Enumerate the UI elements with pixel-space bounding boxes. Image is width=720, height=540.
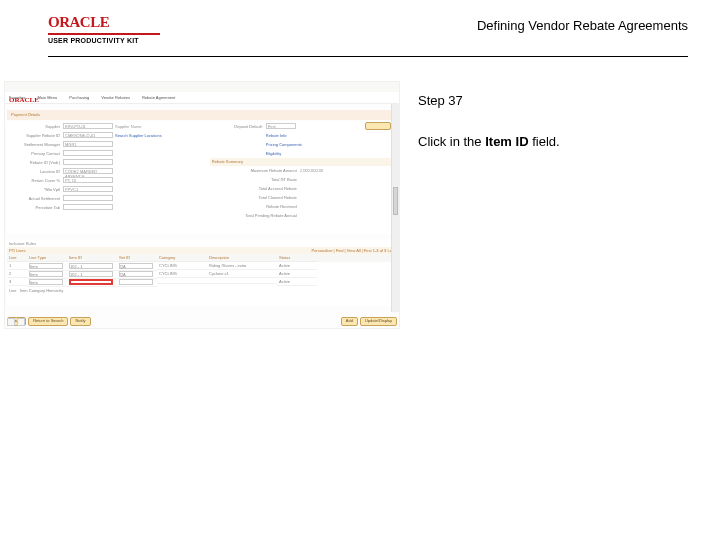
field-label: Supplier [7,124,63,129]
column-header[interactable]: Status [277,254,317,262]
field-label: Rebate Received [210,204,300,209]
instruction-suffix: field. [529,134,560,149]
return-to-search-button[interactable]: Return to Search [28,317,68,326]
text-input[interactable]: QA [119,263,153,269]
link[interactable]: Pricing Components [266,142,397,147]
form-row: Supplier Rebate IDCMESONE-O-01Search Sup… [7,131,194,139]
instruction-field-name: Item ID [485,134,528,149]
column-header[interactable]: Description [207,254,277,262]
form-row: Primary Contact [7,149,194,157]
grid-footnote-line: Line [9,288,17,293]
cell: Cyclone x1 [207,270,277,278]
cell: Riding Gloves - extra [207,262,277,270]
text-input[interactable] [63,195,113,201]
field-label: Rebate ID (Vndr) [7,160,63,165]
cell: Active [277,270,317,278]
text-input[interactable] [63,159,113,165]
field-label: Total Accrued Rebate [210,186,300,191]
cell: Active [277,262,317,270]
cell: 1 [7,262,27,270]
cell [207,281,277,284]
text-input[interactable]: Item [29,263,63,269]
field-label: Supplier Rebate ID [7,133,63,138]
text-input[interactable] [63,150,113,156]
text-input[interactable]: CODE2 MARKED ABSENT F [63,168,113,174]
cell: Active [277,278,317,286]
form-row: Percolate Tab [7,203,194,211]
scrollbar[interactable] [391,104,399,312]
breadcrumb-item[interactable]: Main Menu [37,95,57,100]
instruction-panel: Step 37 Click in the Item ID field. [400,81,720,540]
field-label: Deposit Default: [210,124,266,129]
action-bar: SaveReturn to SearchNotify AddUpdate/Dis… [7,310,397,326]
section-header: Payment Details [7,110,397,120]
field-label: *Min Vptl [7,187,63,192]
grid-tab[interactable]: Inclusive Rules [7,240,397,247]
text-input[interactable] [63,204,113,210]
form-row: Return Cover %PC 10 [7,176,194,184]
screenshot-thumbnail: FavoritesMain MenuPurchasingVendor Rebat… [4,81,400,329]
deposit-button[interactable] [365,122,391,130]
link[interactable]: Search Supplier Locations [115,133,194,138]
field-label: Return Cover % [7,178,63,183]
grid-nav[interactable]: Personalize | Find | View All | First 1-… [311,248,395,253]
field-label: Actual Settlement [7,196,63,201]
text-input[interactable]: First [266,123,296,129]
text-input[interactable]: CMESONE-O-01 [63,132,113,138]
field-label: Total GT Basis [210,177,300,182]
quick-icon[interactable] [17,318,25,326]
form-row: Rebate ID (Vndr) [7,158,194,166]
notify-button[interactable]: Notify [70,317,90,326]
field-label: Maximum Rebate Amount [210,168,300,173]
app-brand: ORACLE [9,96,39,104]
link[interactable]: Rebate Info [266,133,397,138]
items-grid: Inclusive Rules PO Lines Personalize | F… [7,240,397,306]
doc-title: Defining Vendor Rebate Agreements [477,18,688,33]
text-input[interactable]: PPVC1 [63,186,113,192]
field-label: Percolate Tab [7,205,63,210]
item-id-input[interactable]: 102 - 1 [69,263,113,269]
field-label: Settlement Manager [7,142,63,147]
brand-name: ORACLE [48,14,160,31]
text-input[interactable]: Item [29,271,63,277]
add-button[interactable]: Add [341,317,358,326]
field-label: Total Claimed Rebate [210,195,300,200]
form-area: SupplierERV-PO-01Supplier NameSupplier R… [7,122,397,234]
product-name: USER PRODUCTIVITY KIT [48,37,160,44]
field-label: Location ID [7,169,63,174]
breadcrumb-item[interactable]: Purchasing [69,95,89,100]
column-header[interactable]: Line [7,254,27,262]
form-row: Location IDCODE2 MARKED ABSENT F [7,167,194,175]
breadcrumb-item[interactable]: Rebate Agreement [142,95,175,100]
text-input[interactable]: QA [119,271,153,277]
field-text: Supplier Name [115,124,194,129]
cell: 3 [7,278,27,286]
step-label: Step 37 [418,93,700,108]
grid-subtab[interactable]: PO Lines [9,248,25,253]
table-row: 3ItemActive [7,278,397,286]
text-input[interactable]: ERV-PO-01 [63,123,113,129]
scrollbar-thumb[interactable] [393,187,398,215]
window-chrome [5,82,399,92]
brand-divider [48,33,160,35]
breadcrumb: FavoritesMain MenuPurchasingVendor Rebat… [5,92,399,104]
link[interactable]: Eligibility [266,151,397,156]
column-header[interactable]: Category [157,254,207,262]
item-id-input[interactable]: 102 - 1 [69,271,113,277]
grid-footnote-cat: Item Category Hierarchy [20,288,63,293]
text-input[interactable] [119,279,153,285]
text-input[interactable]: Item [29,279,63,285]
breadcrumb-item[interactable]: Vendor Rebates [101,95,130,100]
cell: CYCLING [157,262,207,270]
update/display-button[interactable]: Update/Display [360,317,397,326]
text-input[interactable]: MGR1 [63,141,113,147]
form-row: Actual Settlement [7,194,194,202]
item-id-input[interactable] [69,279,113,285]
instruction-prefix: Click in the [418,134,485,149]
form-row: SupplierERV-PO-01Supplier Name [7,122,194,130]
form-row: Settlement ManagerMGR1 [7,140,194,148]
subheader: Rebate Summary [210,158,397,166]
quick-icon[interactable] [7,318,15,326]
text-input[interactable]: PC 10 [63,177,113,183]
cell: 2 [7,270,27,278]
